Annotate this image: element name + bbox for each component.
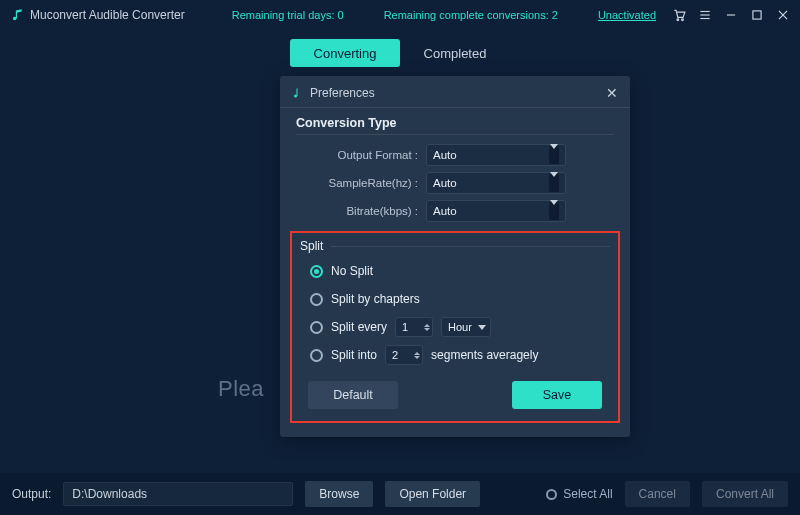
bitrate-select[interactable]: Auto (426, 200, 566, 222)
conversion-type-heading: Conversion Type (280, 108, 630, 134)
chevron-down-icon (549, 202, 559, 220)
divider (296, 134, 614, 135)
radio-icon (310, 321, 323, 334)
bitrate-label: Bitrate(kbps) : (296, 205, 426, 217)
chevron-down-icon (549, 174, 559, 192)
app-logo-icon (10, 8, 24, 22)
tabs: Converting Completed (0, 30, 800, 76)
cancel-button[interactable]: Cancel (625, 481, 690, 507)
dialog-header: Preferences ✕ (280, 84, 630, 108)
svg-point-2 (677, 19, 679, 21)
split-heading: Split (298, 237, 612, 257)
output-path-field[interactable]: D:\Downloads (63, 482, 293, 506)
samplerate-select[interactable]: Auto (426, 172, 566, 194)
svg-rect-1 (16, 10, 17, 18)
split-by-chapters[interactable]: Split by chapters (298, 285, 612, 313)
output-label: Output: (12, 487, 51, 501)
radio-icon (310, 265, 323, 278)
output-format-select[interactable]: Auto (426, 144, 566, 166)
split-no-split[interactable]: No Split (298, 257, 612, 285)
svg-point-3 (682, 19, 684, 21)
output-format-label: Output Format : (296, 149, 426, 161)
split-every-unit-select[interactable]: Hour (441, 317, 491, 337)
select-all-toggle[interactable]: Select All (546, 487, 612, 501)
save-button[interactable]: Save (512, 381, 602, 409)
remaining-conversions: Remaining complete conversions: 2 (384, 9, 558, 21)
tab-completed[interactable]: Completed (400, 39, 510, 67)
split-section-highlight: Split No Split Split by chapters Split e… (290, 231, 620, 423)
preferences-icon (292, 87, 304, 99)
footer: Output: D:\Downloads Browse Open Folder … (0, 473, 800, 515)
samplerate-row: SampleRate(hz) : Auto (280, 169, 630, 197)
menu-icon[interactable] (698, 8, 712, 22)
dialog-close-icon[interactable]: ✕ (606, 86, 618, 100)
svg-rect-8 (753, 11, 761, 19)
split-into[interactable]: Split into 2 segments averagely (298, 341, 612, 369)
samplerate-label: SampleRate(hz) : (296, 177, 426, 189)
browse-button[interactable]: Browse (305, 481, 373, 507)
radio-icon (310, 293, 323, 306)
open-folder-button[interactable]: Open Folder (385, 481, 480, 507)
default-button[interactable]: Default (308, 381, 398, 409)
main-area: Plea Preferences ✕ Conversion Type Outpu… (0, 76, 800, 473)
close-icon[interactable] (776, 8, 790, 22)
chevron-down-icon (478, 325, 486, 330)
split-every[interactable]: Split every 1 Hour (298, 313, 612, 341)
bitrate-row: Bitrate(kbps) : Auto (280, 197, 630, 225)
titlebar: Muconvert Audible Converter Remaining tr… (0, 0, 800, 30)
chevron-down-icon (549, 146, 559, 164)
radio-icon (310, 349, 323, 362)
minimize-icon[interactable] (724, 8, 738, 22)
split-every-value[interactable]: 1 (395, 317, 433, 337)
cart-icon[interactable] (672, 8, 686, 22)
maximize-icon[interactable] (750, 8, 764, 22)
unactivated-link[interactable]: Unactivated (598, 9, 656, 21)
preferences-dialog: Preferences ✕ Conversion Type Output For… (280, 76, 630, 437)
empty-placeholder-text: Plea (218, 376, 264, 402)
split-into-value[interactable]: 2 (385, 345, 423, 365)
trial-days: Remaining trial days: 0 (232, 9, 344, 21)
radio-icon (546, 489, 557, 500)
convert-all-button[interactable]: Convert All (702, 481, 788, 507)
output-format-row: Output Format : Auto (280, 141, 630, 169)
dialog-title: Preferences (310, 86, 375, 100)
tab-converting[interactable]: Converting (290, 39, 400, 67)
svg-rect-12 (297, 88, 298, 96)
dialog-buttons: Default Save (298, 369, 612, 409)
app-title: Muconvert Audible Converter (30, 8, 185, 22)
